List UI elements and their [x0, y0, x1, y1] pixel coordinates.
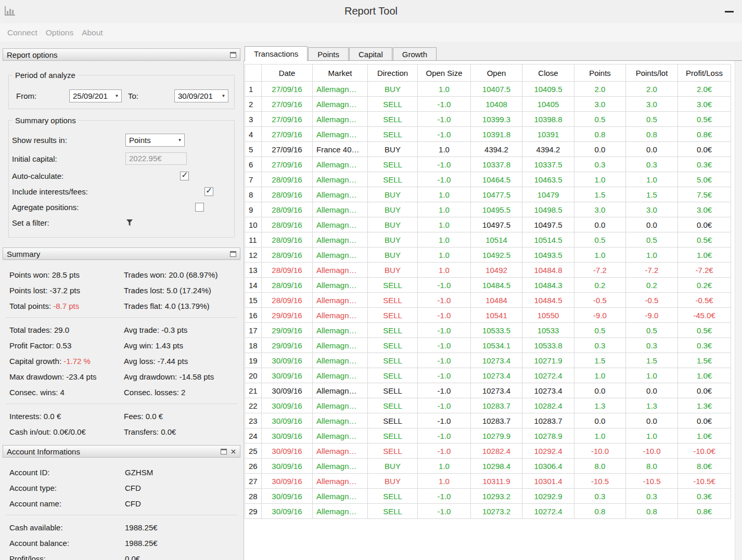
transaction-row[interactable]: 2030/09/16Allemagn…SELL-1.010273.410272.…: [245, 368, 731, 383]
menu-item-about[interactable]: About: [82, 28, 103, 37]
cell-open: 10298.4: [471, 459, 522, 474]
column-header-open[interactable]: Open: [471, 64, 522, 82]
row-number: 5: [245, 142, 262, 157]
transaction-row[interactable]: 427/09/16Allemagn…SELL-1.010391.8103910.…: [245, 127, 731, 142]
column-header-close[interactable]: Close: [522, 64, 574, 82]
transaction-row[interactable]: 1028/09/16Allemagn…BUY1.010497.510497.50…: [245, 217, 731, 232]
menu-item-connect[interactable]: Connect: [7, 28, 37, 37]
transaction-row[interactable]: 928/09/16Allemagn…BUY1.010495.510498.53.…: [245, 202, 731, 217]
transaction-row[interactable]: 1528/09/16Allemagn…SELL-1.01048410484.5-…: [245, 293, 731, 308]
cell-points: 3.0: [574, 202, 626, 217]
column-header-points[interactable]: Points: [574, 64, 626, 82]
cell-direction: BUY: [368, 248, 418, 263]
float-window-icon[interactable]: [230, 52, 236, 58]
transaction-row[interactable]: 2330/09/16Allemagn…SELL-1.010283.710283.…: [245, 413, 731, 428]
close-icon[interactable]: [231, 449, 236, 454]
include-interests-fees-checkbox[interactable]: ✓: [204, 187, 213, 196]
cell-date: 30/09/16: [262, 353, 313, 368]
transaction-row[interactable]: 1128/09/16Allemagn…BUY1.01051410514.50.5…: [245, 232, 731, 248]
menu-item-options[interactable]: Options: [46, 28, 73, 37]
scrollbar-track[interactable]: [735, 61, 742, 560]
cell-open-size: -1.0: [418, 383, 471, 398]
cell-points: 1.0: [574, 428, 626, 444]
transaction-row[interactable]: 527/09/16France 40…BUY1.04394.24394.20.0…: [245, 142, 731, 157]
transaction-row[interactable]: 1829/09/16Allemagn…SELL-1.010534.110533.…: [245, 338, 731, 353]
cell-close: 10409.5: [522, 82, 574, 97]
transaction-row[interactable]: 1629/09/16Allemagn…SELL-1.01054110550-9.…: [245, 308, 731, 323]
stat-label: Points lost:: [9, 286, 50, 295]
account-value: CFD: [125, 484, 240, 492]
cell-profit-loss: -45.0€: [678, 308, 731, 323]
transaction-row[interactable]: 1228/09/16Allemagn…BUY1.010492.510493.51…: [245, 248, 731, 263]
transaction-row[interactable]: 2830/09/16Allemagn…SELL-1.010293.210292.…: [245, 489, 731, 504]
transaction-row[interactable]: 327/09/16Allemagn…SELL-1.010399.310398.8…: [245, 112, 731, 127]
summary-title: Summary: [7, 250, 226, 258]
column-header-points-lot[interactable]: Points/lot: [626, 64, 678, 82]
cell-market: Allemagn…: [313, 308, 368, 323]
agregate-positions-checkbox[interactable]: [195, 203, 204, 212]
cell-points-per-lot: 0.5: [626, 112, 678, 127]
cell-market: Allemagn…: [313, 172, 368, 187]
transaction-row[interactable]: 2230/09/16Allemagn…SELL-1.010283.710282.…: [245, 398, 731, 413]
cell-points-per-lot: 3.0: [626, 97, 678, 112]
transaction-row[interactable]: 1328/09/16Allemagn…BUY1.01049210484.8-7.…: [245, 263, 731, 278]
transaction-row[interactable]: 2730/09/16Allemagn…BUY1.010311.910301.4-…: [245, 474, 731, 489]
period-of-analyze-group: Period of analyze From: 25/09/201 ▼ To: …: [8, 75, 235, 109]
summary-stat: Avg loss: -7.44 pts: [124, 357, 240, 366]
transaction-row[interactable]: 1930/09/16Allemagn…SELL-1.010273.410271.…: [245, 353, 731, 368]
minimize-button[interactable]: [725, 11, 734, 12]
transaction-row[interactable]: 728/09/16Allemagn…SELL-1.010464.510463.5…: [245, 172, 731, 187]
transaction-row[interactable]: 2130/09/16Allemagn…SELL-1.010273.410273.…: [245, 383, 731, 398]
transaction-row[interactable]: 1428/09/16Allemagn…SELL-1.010484.510484.…: [245, 278, 731, 293]
tab-capital[interactable]: Capital: [349, 47, 392, 60]
transaction-row[interactable]: 2630/09/16Allemagn…BUY1.010298.410306.48…: [245, 459, 731, 474]
transaction-row[interactable]: 227/09/16Allemagn…SELL-1.010408104053.03…: [245, 97, 731, 112]
transaction-row[interactable]: 2530/09/16Allemagn…SELL-1.010282.410292.…: [245, 444, 731, 459]
account-label: Account type:: [9, 484, 125, 492]
float-window-icon[interactable]: [230, 251, 236, 257]
transaction-row[interactable]: 2930/09/16Allemagn…SELL-1.010273.210272.…: [245, 504, 731, 519]
column-header-direction[interactable]: Direction: [368, 64, 418, 82]
transaction-row[interactable]: 1729/09/16Allemagn…SELL-1.010533.5105330…: [245, 323, 731, 338]
filter-icon[interactable]: [125, 218, 134, 227]
initial-capital-input[interactable]: 2022.95€: [125, 152, 187, 165]
column-header-profit-loss[interactable]: Profit/Loss: [678, 64, 731, 82]
cell-direction: SELL: [368, 97, 418, 112]
cell-direction: BUY: [368, 232, 418, 248]
tab-transactions[interactable]: Transactions: [245, 46, 308, 61]
auto-calculate-checkbox[interactable]: ✓: [180, 172, 189, 180]
row-number: 28: [245, 489, 262, 504]
show-results-in-dropdown[interactable]: Points▼: [125, 134, 185, 147]
cell-market: Allemagn…: [313, 232, 368, 248]
column-header-row-number[interactable]: [245, 64, 262, 82]
column-header-date[interactable]: Date: [262, 64, 313, 82]
float-window-icon[interactable]: [221, 449, 227, 454]
summary-row: Interests: 0.0 €Fees: 0.0 €: [3, 408, 240, 424]
account-value: CFD: [125, 499, 240, 508]
cell-close: 10484.3: [522, 278, 574, 293]
cell-open: 10273.4: [471, 353, 522, 368]
cell-open-size: -1.0: [418, 112, 471, 127]
cell-open: 10273.4: [471, 383, 522, 398]
check-icon: ✓: [206, 186, 212, 196]
transaction-row[interactable]: 127/09/16Allemagn…BUY1.010407.510409.52.…: [245, 82, 731, 97]
tab-growth[interactable]: Growth: [393, 47, 437, 60]
cell-points: -9.0: [574, 308, 626, 323]
cell-close: 10498.5: [522, 202, 574, 217]
column-header-market[interactable]: Market: [313, 64, 368, 82]
from-date-picker[interactable]: 25/09/201 ▼: [69, 89, 122, 102]
cell-direction: SELL: [368, 172, 418, 187]
cell-direction: SELL: [368, 353, 418, 368]
cell-points: 0.5: [574, 323, 626, 338]
transaction-row[interactable]: 2430/09/16Allemagn…SELL-1.010279.910278.…: [245, 428, 731, 444]
row-number: 26: [245, 459, 262, 474]
row-number: 11: [245, 232, 262, 248]
cell-market: Allemagn…: [313, 398, 368, 413]
to-date-picker[interactable]: 30/09/201 ▼: [174, 89, 228, 102]
stat-label: Avg drawdown:: [124, 372, 179, 381]
cell-points: 0.8: [574, 127, 626, 142]
transaction-row[interactable]: 627/09/16Allemagn…SELL-1.010337.810337.5…: [245, 157, 731, 172]
transaction-row[interactable]: 828/09/16Allemagn…BUY1.010477.5104791.51…: [245, 187, 731, 202]
tab-points[interactable]: Points: [308, 47, 349, 60]
column-header-open-size[interactable]: Open Size: [418, 64, 471, 82]
